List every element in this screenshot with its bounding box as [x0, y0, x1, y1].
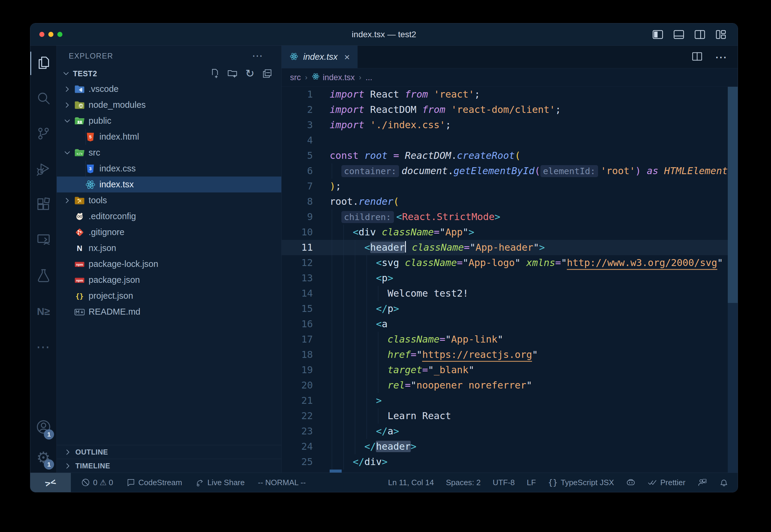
status-language-mode[interactable]: {}TypeScript JSX: [548, 478, 614, 487]
code-line-14[interactable]: 14 Welcome test2!: [282, 286, 738, 301]
zoom-window-button[interactable]: [57, 32, 62, 37]
code-line-23[interactable]: 23 </a>: [282, 424, 738, 439]
file-tree-item-package-lock-json[interactable]: npmpackage-lock.json: [57, 256, 281, 272]
activity-item-testing[interactable]: [30, 258, 56, 294]
code-line-16[interactable]: 16 <a: [282, 316, 738, 332]
file-label: index.html: [99, 132, 139, 142]
status-vim-mode[interactable]: -- NORMAL --: [258, 478, 306, 487]
activity-item-nx-console[interactable]: N≥: [30, 294, 56, 329]
code-line-8[interactable]: 8root.render(: [282, 194, 738, 209]
code-line-9[interactable]: 9 children:<React.StrictMode>: [282, 209, 738, 225]
minimize-window-button[interactable]: [48, 32, 53, 37]
file-tree-item-src[interactable]: </>src: [57, 145, 281, 161]
file-tree-item-public[interactable]: public: [57, 113, 281, 129]
new-file-icon[interactable]: [209, 68, 221, 79]
status-indentation[interactable]: Spaces: 2: [446, 478, 481, 487]
new-folder-icon[interactable]: [227, 68, 238, 79]
code-editor[interactable]: 1import React from 'react';2import React…: [282, 87, 738, 473]
file-tree-item-editorconfig[interactable]: .editorconfig: [57, 208, 281, 224]
activity-item-source-control[interactable]: [30, 116, 56, 152]
breadcrumb-item-index-tsx[interactable]: index.tsx: [312, 72, 355, 83]
code-line-20[interactable]: 20 rel="noopener noreferrer": [282, 378, 738, 393]
file-tree-item-index-tsx[interactable]: index.tsx: [57, 177, 281, 192]
code-line-3[interactable]: 3import './index.css';: [282, 117, 738, 133]
status-encoding[interactable]: UTF-8: [493, 478, 515, 487]
close-window-button[interactable]: [39, 32, 44, 37]
status-right: Ln 11, Col 14Spaces: 2UTF-8LF{}TypeScrip…: [388, 473, 738, 492]
code-line-4[interactable]: 4: [282, 133, 738, 148]
file-tree-item-readme-md[interactable]: README.md: [57, 304, 281, 320]
tab-index-tsx[interactable]: index.tsx ×: [282, 46, 358, 68]
workspace-section-header[interactable]: TEST2 ↻: [57, 66, 281, 81]
status-problems[interactable]: 0 ⚠ 0: [81, 478, 113, 487]
file-tree-item-index-css[interactable]: 3index.css: [57, 161, 281, 177]
remote-indicator[interactable]: ><: [30, 473, 71, 492]
activity-item-extensions[interactable]: [30, 187, 56, 223]
code-line-24[interactable]: 24 </header>: [282, 439, 738, 454]
activity-item-accounts[interactable]: 1: [30, 413, 56, 443]
code-line-15[interactable]: 15 </p>: [282, 301, 738, 316]
customize-layout-icon[interactable]: [715, 29, 727, 41]
code-line-26[interactable]: 26 </React.StrictMode>: [282, 470, 738, 473]
status-prettier[interactable]: Prettier: [648, 478, 685, 487]
activity-item-explorer[interactable]: [30, 46, 56, 81]
code-line-2[interactable]: 2import ReactDOM from 'react-dom/client'…: [282, 102, 738, 117]
file-tree-item-index-html[interactable]: 5index.html: [57, 129, 281, 145]
scrollbar-slider[interactable]: [728, 87, 738, 303]
status-notifications[interactable]: [719, 478, 729, 487]
code-line-22[interactable]: 22 Learn React: [282, 408, 738, 424]
timeline-panel-header[interactable]: TIMELINE: [57, 459, 281, 473]
code-line-25[interactable]: 25 </div>: [282, 454, 738, 470]
code-line-17[interactable]: 17 className="App-link": [282, 332, 738, 347]
toggle-secondary-sidebar-icon[interactable]: [694, 29, 706, 41]
nx-console-icon: N≥: [37, 306, 50, 317]
editor-scrollbar: [728, 87, 738, 473]
file-tree-item-vscode[interactable]: .vscode: [57, 81, 281, 97]
code-line-19[interactable]: 19 target="_blank": [282, 362, 738, 378]
code-line-7[interactable]: 7);: [282, 179, 738, 194]
explorer-more-icon[interactable]: ⋯: [252, 50, 263, 62]
activity-item-remote-explorer[interactable]: [30, 223, 56, 258]
toggle-primary-sidebar-icon[interactable]: [652, 29, 664, 41]
breadcrumb-item--[interactable]: ...: [366, 73, 373, 82]
code-line-13[interactable]: 13 <p>: [282, 271, 738, 286]
file-tree-item-project-json[interactable]: {}project.json: [57, 288, 281, 304]
toggle-panel-icon[interactable]: [673, 29, 685, 41]
file-tree-item-nx-json[interactable]: Nnx.json: [57, 240, 281, 256]
status-cursor-position[interactable]: Ln 11, Col 14: [388, 478, 434, 487]
breadcrumb-item-src[interactable]: src: [290, 73, 301, 82]
code-line-10[interactable]: 10 <div className="App">: [282, 225, 738, 240]
status-feedback[interactable]: [697, 478, 707, 487]
code-line-5[interactable]: 5const root = ReactDOM.createRoot(: [282, 148, 738, 163]
file-label: nx.json: [89, 243, 116, 253]
file-tree-item-node-modules[interactable]: JSnode_modules: [57, 97, 281, 113]
code-line-18[interactable]: 18 href="https://reactjs.org": [282, 347, 738, 362]
close-tab-icon[interactable]: ×: [344, 52, 350, 62]
file-tree-item-gitignore[interactable]: .gitignore: [57, 224, 281, 240]
split-editor-icon[interactable]: [691, 51, 703, 63]
status-eol[interactable]: LF: [527, 478, 536, 487]
status-liveshare[interactable]: Live Share: [195, 478, 245, 487]
collapse-all-icon[interactable]: [262, 68, 273, 79]
line-number: 19: [282, 362, 330, 378]
outline-panel-header[interactable]: OUTLINE: [57, 445, 281, 459]
code-line-11[interactable]: 11 <header className="App-header">: [282, 240, 738, 255]
line-number: 3: [282, 117, 330, 133]
code-line-12[interactable]: 12 <svg className="App-logo" xmlns="http…: [282, 255, 738, 271]
react-icon: [312, 72, 320, 83]
refresh-icon[interactable]: ↻: [244, 68, 255, 79]
editor-more-icon[interactable]: ⋯: [715, 50, 727, 64]
code-line-6[interactable]: 6 container:document.getElementById(elem…: [282, 163, 738, 179]
file-tree-item-tools[interactable]: tools: [57, 192, 281, 208]
code-line-1[interactable]: 1import React from 'react';: [282, 87, 738, 102]
activity-item-more[interactable]: ⋯: [30, 329, 56, 364]
status-left: 0 ⚠ 0CodeStreamLive Share-- NORMAL --: [71, 473, 306, 492]
status-copilot[interactable]: [626, 478, 636, 487]
file-tree-item-package-json[interactable]: npmpackage.json: [57, 272, 281, 288]
activity-item-run-debug[interactable]: [30, 152, 56, 187]
status-codestream[interactable]: CodeStream: [126, 478, 182, 487]
code-line-21[interactable]: 21 >: [282, 393, 738, 408]
activity-item-settings[interactable]: ⚙1: [30, 443, 56, 473]
activity-item-search[interactable]: [30, 81, 56, 116]
svg-text:N: N: [77, 244, 82, 252]
